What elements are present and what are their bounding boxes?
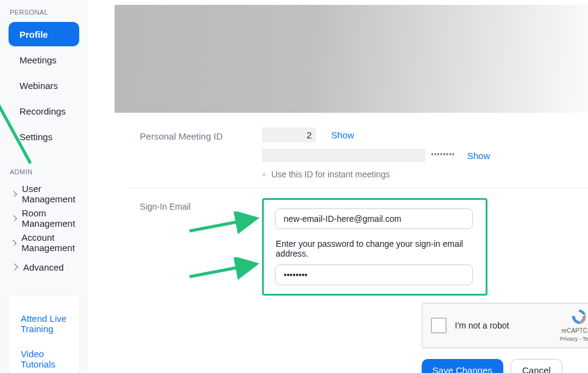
sidebar-item-room-management[interactable]: Room Management [9,206,79,230]
main-content: Personal Meeting ID 2 Show ******** Show… [88,0,588,373]
sidebar-item-user-management[interactable]: User Management [9,182,79,206]
email-field[interactable] [275,208,473,229]
profile-banner [115,5,588,113]
sidebar-item-advanced[interactable]: Advanced [9,255,79,279]
recaptcha-label: I'm not a robot [455,321,560,330]
sidebar-item-settings[interactable]: Settings [9,124,79,149]
chevron-right-icon [11,263,18,270]
chevron-right-icon [11,240,16,245]
recaptcha-icon [569,308,588,325]
save-changes-button[interactable]: Save Changes [422,359,503,373]
close-icon: × [262,170,267,179]
sidebar-item-webinars[interactable]: Webinars [9,73,79,98]
personal-section-label: PERSONAL [10,9,79,16]
highlight-annotation: Enter your password to change your sign-… [262,198,487,296]
password-field[interactable] [275,265,473,285]
pmi-masked-value: 2 [262,127,316,143]
password-hint: Enter your password to change your sign-… [276,239,472,258]
recaptcha-brand: reCAPTCHA Privacy - Terms [560,308,588,343]
signin-email-label: Sign-In Email [140,198,262,373]
recaptcha-privacy-link[interactable]: Privacy [560,336,578,342]
cancel-button[interactable]: Cancel [511,359,562,373]
pmi-label: Personal Meeting ID [140,127,262,179]
recaptcha-box[interactable]: I'm not a robot reCAPTCHA Privacy - Term… [422,303,588,348]
pmi-url-masked [262,149,425,162]
recaptcha-checkbox[interactable] [431,318,447,333]
sidebar-item-recordings[interactable]: Recordings [9,99,79,123]
chevron-right-icon [11,215,17,221]
sidebar-item-meetings[interactable]: Meetings [9,48,79,72]
help-card: Attend Live Training Video Tutorials [9,296,79,373]
video-tutorials-link[interactable]: Video Tutorials [21,345,67,369]
admin-section-label: ADMIN [10,168,79,176]
sidebar: PERSONAL Profile Meetings Webinars Recor… [0,0,88,373]
pmi-show-link[interactable]: Show [331,130,355,140]
recaptcha-terms-link[interactable]: Terms [583,336,588,342]
chevron-right-icon [11,191,17,197]
pmi-url-show-link[interactable]: Show [467,151,491,161]
instant-meeting-text: Use this ID for instant meetings [271,169,390,179]
sidebar-item-account-management[interactable]: Account Management [9,230,79,255]
attend-training-link[interactable]: Attend Live Training [21,310,67,345]
pmi-masked-dots: ******** [431,152,455,159]
sidebar-item-profile[interactable]: Profile [9,22,79,46]
